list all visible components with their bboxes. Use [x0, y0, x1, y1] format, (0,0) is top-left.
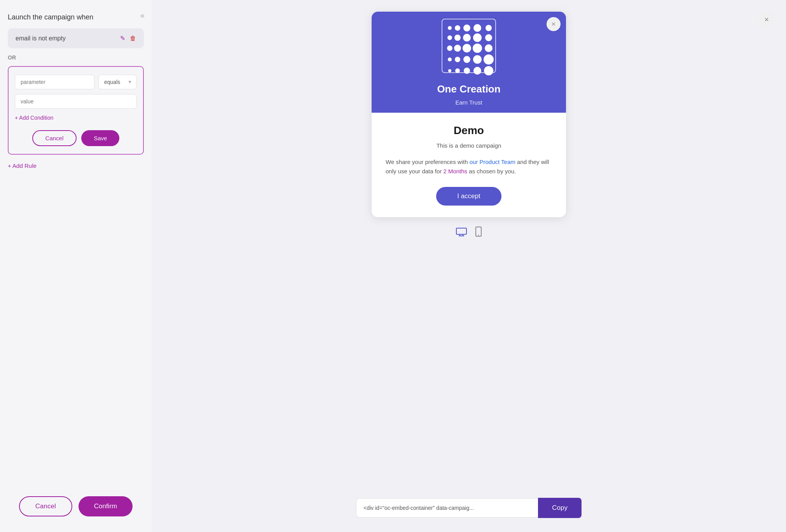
card-consent: We share your preferences with our Produ…	[386, 157, 552, 176]
condition-text: email is not empty	[16, 35, 66, 42]
equals-select[interactable]: equals not equals contains is empty is n…	[98, 75, 137, 89]
bottom-cancel-button[interactable]: Cancel	[19, 496, 72, 516]
consent-product-team-link[interactable]: our Product Team	[470, 159, 515, 165]
rule-save-button[interactable]: Save	[81, 130, 119, 146]
logo-dot	[473, 24, 481, 32]
logo-dot	[473, 33, 482, 42]
parameter-input[interactable]	[15, 75, 94, 89]
bottom-confirm-button[interactable]: Confirm	[79, 496, 133, 516]
desktop-view-button[interactable]	[456, 227, 467, 239]
preview-card: ×	[372, 12, 566, 217]
embed-code-input[interactable]	[356, 498, 538, 518]
consent-text-after: as chosen by you.	[467, 168, 516, 174]
pill-actions: ✎ 🗑	[120, 35, 136, 42]
consent-duration: 2 Months	[443, 168, 467, 174]
add-condition-link[interactable]: + Add Condition	[15, 115, 53, 121]
card-body: Demo This is a demo campaign We share yo…	[372, 113, 566, 217]
logo-grid	[442, 19, 496, 73]
or-label: OR	[8, 54, 144, 61]
logo-dot	[485, 44, 493, 52]
svg-rect-0	[456, 228, 466, 234]
logo-dot	[448, 58, 452, 61]
logo-dot	[454, 45, 461, 52]
logo-dot	[486, 25, 492, 31]
rule-buttons: Cancel Save	[15, 130, 137, 146]
logo-dot	[473, 44, 482, 53]
equals-wrapper: equals not equals contains is empty is n…	[98, 75, 137, 89]
outer-close-button[interactable]: ×	[759, 12, 774, 27]
view-toggle	[456, 227, 482, 239]
copy-embed-button[interactable]: Copy	[538, 498, 582, 518]
logo-dot	[447, 45, 452, 51]
logo-dot	[455, 25, 460, 31]
bottom-buttons: Cancel Confirm	[8, 496, 144, 516]
logo-dot	[463, 24, 470, 31]
accept-button[interactable]: I accept	[436, 187, 501, 206]
logo-dot	[473, 67, 481, 75]
logo-dot	[455, 68, 460, 73]
logo-dot	[447, 35, 452, 40]
card-description: This is a demo campaign	[386, 142, 552, 149]
logo-dot	[484, 54, 494, 65]
rule-box: equals not equals contains is empty is n…	[8, 66, 144, 155]
value-input[interactable]	[15, 94, 137, 109]
mobile-icon	[475, 227, 482, 237]
logo-dot	[454, 35, 461, 41]
launch-label: Launch the campaign when	[8, 13, 144, 21]
logo-dot	[473, 55, 482, 64]
rule-row-top: equals not equals contains is empty is n…	[15, 75, 137, 89]
logo-dot	[448, 69, 451, 72]
logo-dot	[484, 66, 493, 75]
rule-cancel-button[interactable]: Cancel	[32, 130, 77, 146]
left-panel: « Launch the campaign when email is not …	[0, 0, 152, 532]
consent-text-before: We share your preferences with	[386, 159, 470, 165]
logo-dot	[485, 34, 492, 41]
condition-pill: email is not empty ✎ 🗑	[8, 28, 144, 48]
logo-dot	[463, 44, 471, 52]
brand-tagline: Earn Trust	[455, 99, 482, 106]
desktop-icon	[456, 228, 467, 236]
embed-bar: Copy	[356, 498, 582, 518]
mobile-view-button[interactable]	[475, 227, 482, 239]
logo-dot	[455, 57, 460, 62]
logo-dot	[463, 56, 470, 63]
collapse-button[interactable]: «	[140, 11, 145, 20]
right-panel: × ×	[152, 0, 786, 532]
edit-condition-button[interactable]: ✎	[120, 35, 125, 42]
logo-dot	[464, 68, 470, 74]
logo-dot	[463, 34, 471, 42]
card-top-image: One Creation Earn Trust	[372, 12, 566, 113]
card-title: Demo	[386, 124, 552, 137]
logo-dot	[448, 26, 452, 30]
delete-condition-button[interactable]: 🗑	[130, 35, 136, 42]
brand-name: One Creation	[437, 83, 500, 95]
svg-point-5	[478, 235, 479, 235]
card-close-button[interactable]: ×	[547, 17, 561, 31]
add-rule-link[interactable]: + Add Rule	[8, 162, 144, 169]
